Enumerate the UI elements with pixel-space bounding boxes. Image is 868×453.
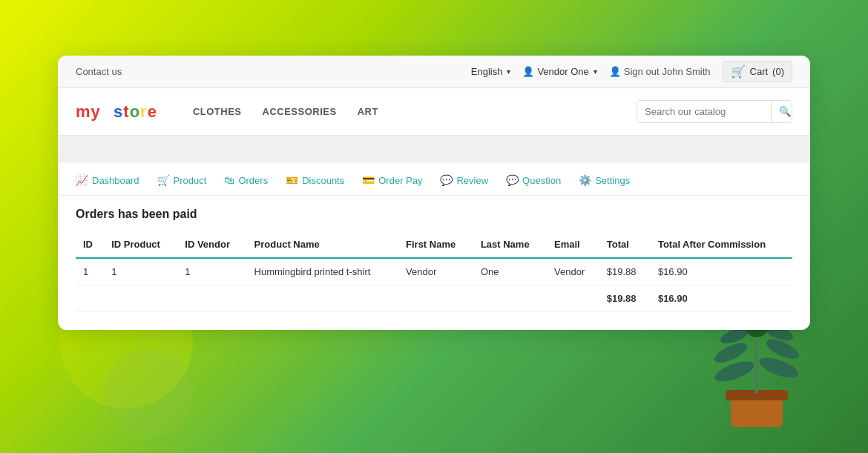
dashboard-icon: 📈: [76, 174, 88, 186]
search-input[interactable]: [637, 101, 771, 122]
cell-last-name: One: [473, 258, 547, 285]
settings-icon: ⚙️: [579, 174, 591, 186]
orders-icon: 🛍: [224, 174, 234, 186]
col-last-name: Last Name: [473, 233, 547, 258]
question-icon: 💬: [506, 174, 519, 186]
orders-table: ID ID Product ID Vendor Product Name Fir…: [76, 233, 792, 312]
col-total-after-commission: Total After Commission: [651, 233, 792, 258]
table-row: 1 1 1 Hummingbird printed t-shirt Vendor…: [76, 258, 792, 285]
page-title: Orders has been paid: [76, 208, 792, 221]
signout-section: 👤 Sign out John Smith: [609, 66, 711, 77]
table-totals-row: $19.88 $16.90: [76, 285, 792, 312]
search-button[interactable]: 🔍: [771, 101, 792, 122]
main-card: Contact us English Vendor One 👤 Sign out…: [58, 56, 810, 330]
nav-link-art[interactable]: ART: [358, 106, 378, 117]
vendor-nav-discounts[interactable]: 🎫 Discounts: [286, 174, 344, 186]
nav-links: CLOTHES ACCESSORIES ART: [193, 106, 378, 117]
col-email: Email: [547, 233, 599, 258]
logo-e: e: [148, 102, 157, 121]
cell-id-product: 1: [104, 258, 177, 285]
logo-o: o: [130, 102, 140, 121]
vendor-nav-orders[interactable]: 🛍 Orders: [224, 174, 268, 186]
col-total: Total: [599, 233, 651, 258]
review-icon: 💬: [440, 174, 453, 186]
discounts-icon: 🎫: [286, 174, 298, 186]
cell-first-name: Vendor: [398, 258, 473, 285]
site-logo[interactable]: my store: [76, 102, 157, 122]
col-first-name: First Name: [398, 233, 473, 258]
nav-bar: my store CLOTHES ACCESSORIES ART 🔍: [58, 88, 810, 136]
totals-spacer: [76, 285, 599, 312]
nav-link-clothes[interactable]: CLOTHES: [193, 106, 242, 117]
logo-my: my: [76, 102, 101, 121]
vendor-nav: 📈 Dashboard 🛒 Product 🛍 Orders 🎫 Discoun…: [58, 162, 810, 196]
sub-header: [58, 136, 810, 162]
nav-link-accessories[interactable]: ACCESSORIES: [263, 106, 337, 117]
vendor-nav-dashboard[interactable]: 📈 Dashboard: [76, 174, 139, 186]
user-name: John Smith: [662, 66, 711, 77]
col-id: ID: [76, 233, 104, 258]
product-icon: 🛒: [157, 174, 170, 186]
table-header-row: ID ID Product ID Vendor Product Name Fir…: [76, 233, 792, 258]
signout-link[interactable]: Sign out: [624, 66, 660, 77]
logo-s: s: [114, 102, 123, 121]
col-id-vendor: ID Vendor: [177, 233, 246, 258]
search-icon: 🔍: [779, 106, 792, 117]
cart-icon: 🛒: [731, 65, 746, 79]
top-bar: Contact us English Vendor One 👤 Sign out…: [58, 56, 810, 88]
signout-icon: 👤: [609, 66, 621, 77]
cell-total-after-commission: $16.90: [651, 258, 792, 285]
background-blob-2: [104, 349, 193, 438]
vendor-nav-review[interactable]: 💬 Review: [440, 174, 488, 186]
cell-product-name: Hummingbird printed t-shirt: [247, 258, 398, 285]
content-area: Orders has been paid ID ID Product ID Ve…: [58, 196, 810, 330]
cell-email: Vendor: [547, 258, 599, 285]
vendor-nav-order-pay[interactable]: 💳 Order Pay: [362, 174, 422, 186]
cart-button[interactable]: 🛒 Cart (0): [723, 61, 792, 82]
totals-after-commission: $16.90: [651, 285, 792, 312]
col-id-product: ID Product: [104, 233, 177, 258]
top-bar-right: English Vendor One 👤 Sign out John Smith…: [471, 61, 792, 82]
logo-r: r: [140, 102, 148, 121]
logo-t: t: [123, 102, 129, 121]
person-icon: [522, 66, 534, 77]
totals-total: $19.88: [599, 285, 651, 312]
cell-id: 1: [76, 258, 104, 285]
vendor-selector[interactable]: Vendor One: [522, 66, 596, 77]
cell-total: $19.88: [599, 258, 651, 285]
vendor-nav-settings[interactable]: ⚙️ Settings: [579, 174, 630, 186]
contact-us-link[interactable]: Contact us: [76, 66, 122, 77]
language-selector[interactable]: English: [471, 66, 511, 77]
vendor-nav-product[interactable]: 🛒 Product: [157, 174, 207, 186]
col-product-name: Product Name: [247, 233, 398, 258]
cell-id-vendor: 1: [177, 258, 246, 285]
vendor-nav-question[interactable]: 💬 Question: [506, 174, 561, 186]
order-pay-icon: 💳: [362, 174, 375, 186]
search-bar: 🔍: [637, 100, 792, 123]
